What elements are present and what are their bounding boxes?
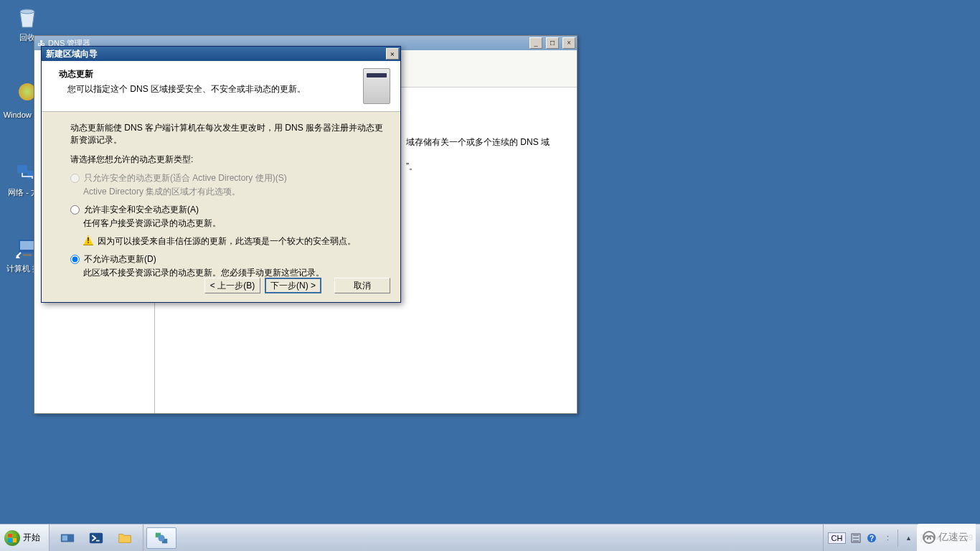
dns-bg-text-1: 域存储有关一个或多个连续的 DNS 域: [406, 137, 550, 147]
ime-indicator[interactable]: CH: [828, 532, 847, 544]
wizard-intro-text: 动态更新能使 DNS 客户端计算机在每次发生更改时，用 DNS 服务器注册并动态…: [70, 122, 383, 146]
recycle-bin-icon: [13, 3, 42, 32]
new-zone-wizard-dialog: 新建区域向导 × 动态更新 您可以指定这个 DNS 区域接受安全、不安全或非动态…: [41, 46, 401, 303]
taskbar: 开始 CH ? : ▲ 14:09: [0, 524, 980, 551]
ql-server-manager[interactable]: [54, 527, 81, 549]
wizard-prompt-text: 请选择您想允许的动态更新类型:: [70, 154, 383, 166]
option-secure-only: 只允许安全的动态更新(适合 Active Directory 使用)(S): [70, 172, 383, 184]
option-no-dynamic-radio[interactable]: [70, 255, 80, 264]
warning-icon: !: [83, 235, 93, 245]
close-button[interactable]: ×: [562, 37, 575, 49]
option-secure-only-label: 只允许安全的动态更新(适合 Active Directory 使用)(S): [84, 172, 287, 184]
maximize-button[interactable]: □: [546, 37, 559, 49]
volume-icon[interactable]: [934, 532, 946, 544]
svg-point-0: [20, 9, 34, 14]
option-no-dynamic[interactable]: 不允许动态更新(D): [70, 253, 383, 265]
option-allow-all-warning: ! 因为可以接受来自非信任源的更新，此选项是一个较大的安全弱点。: [70, 235, 383, 248]
server-icon: [363, 68, 390, 104]
dns-bg-text-2: ”。: [406, 161, 418, 171]
wizard-body: 动态更新能使 DNS 客户端计算机在每次发生更改时，用 DNS 服务器注册并动态…: [42, 112, 400, 292]
svg-rect-9: [62, 535, 67, 540]
ql-explorer[interactable]: [111, 527, 138, 549]
wizard-title-text: 新建区域向导: [46, 48, 386, 60]
flag-icon[interactable]: [918, 532, 930, 544]
svg-rect-6: [23, 254, 32, 256]
option-allow-all-radio[interactable]: [70, 205, 80, 215]
option-secure-only-sub: Active Directory 集成的区域才有此选项。: [70, 186, 383, 198]
warning-text: 因为可以接受来自非信任源的更新，此选项是一个较大的安全弱点。: [98, 235, 356, 248]
back-button[interactable]: < 上一步(B): [204, 278, 260, 293]
help-icon[interactable]: ?: [866, 532, 877, 544]
option-no-dynamic-label: 不允许动态更新(D): [84, 253, 156, 265]
svg-rect-5: [20, 241, 34, 250]
option-secure-only-radio: [70, 174, 80, 183]
ime-options-icon[interactable]: :: [882, 532, 893, 544]
wizard-header-title: 动态更新: [59, 68, 357, 80]
clock-time: 14:09: [953, 533, 973, 542]
option-allow-all-sub: 任何客户接受资源记录的动态更新。: [70, 217, 383, 230]
system-tray: CH ? : ▲ 14:09: [823, 524, 980, 551]
start-button[interactable]: 开始: [0, 524, 50, 551]
option-allow-all[interactable]: 允许非安全和安全动态更新(A): [70, 204, 383, 216]
option-allow-all-label: 允许非安全和安全动态更新(A): [84, 204, 199, 216]
taskbar-app-dns[interactable]: [146, 527, 176, 549]
wizard-titlebar[interactable]: 新建区域向导 ×: [42, 47, 400, 61]
tray-expand-icon[interactable]: ▲: [903, 532, 914, 544]
svg-text:?: ?: [870, 534, 874, 542]
start-orb-icon: [4, 530, 20, 546]
wizard-header: 动态更新 您可以指定这个 DNS 区域接受安全、不安全或非动态的更新。: [42, 61, 400, 112]
wizard-close-button[interactable]: ×: [386, 48, 399, 60]
start-label: 开始: [23, 532, 40, 544]
quick-launch: [50, 524, 143, 551]
ql-powershell[interactable]: [83, 527, 110, 549]
wizard-header-desc: 您可以指定这个 DNS 区域接受安全、不安全或非动态的更新。: [59, 83, 357, 95]
ime-mode-icon[interactable]: [850, 532, 862, 544]
minimize-button[interactable]: _: [529, 37, 542, 49]
clock[interactable]: 14:09: [950, 533, 976, 542]
svg-rect-2: [17, 165, 27, 173]
next-button[interactable]: 下一步(N) >: [265, 278, 321, 293]
svg-point-13: [158, 534, 164, 541]
cancel-button[interactable]: 取消: [334, 278, 390, 293]
